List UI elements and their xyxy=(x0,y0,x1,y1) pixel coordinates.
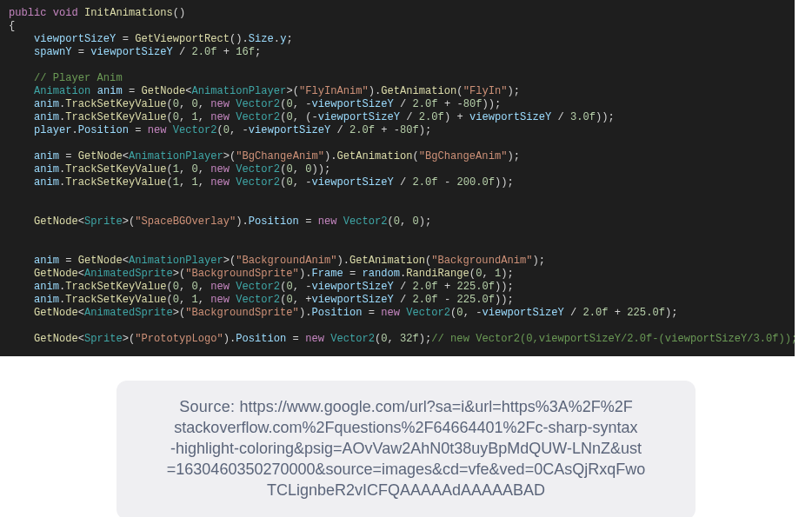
source-url-line-2: -highlight-coloring&psig=AOvVaw2AhN0t38u… xyxy=(170,440,642,457)
code-editor-region: public void InitAnimations() { viewportS… xyxy=(0,0,795,356)
code-content: public void InitAnimations() { viewportS… xyxy=(9,7,795,356)
source-url-line-4: TCLignbeR2vICFQAAAAAdAAAAABAD xyxy=(267,481,545,499)
source-url-line-1: stackoverflow.com%2Fquestions%2F64664401… xyxy=(174,419,637,436)
source-url-line-3: =1630460350270000&source=images&cd=vfe&v… xyxy=(167,461,645,478)
source-url-line-0: https://www.google.com/url?sa=i&url=http… xyxy=(240,398,633,415)
source-card: Source: https://www.google.com/url?sa=i&… xyxy=(116,381,696,517)
source-label: Source: xyxy=(179,398,239,415)
